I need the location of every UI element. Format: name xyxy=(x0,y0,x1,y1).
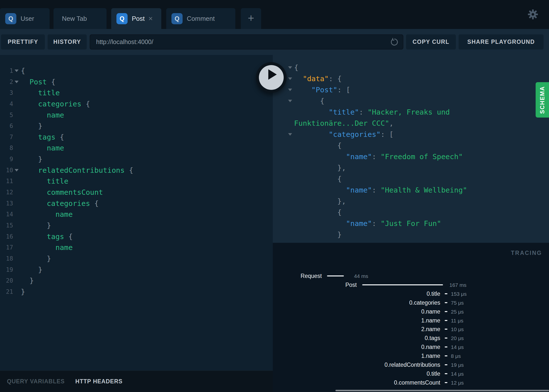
trace-row: 1.name8 μs xyxy=(273,352,549,360)
response-line: "title": "Hacker, Freaks und xyxy=(273,107,549,118)
trace-duration-value: 167 ms xyxy=(449,282,467,289)
code-text: tags { xyxy=(21,132,64,143)
response-line: { xyxy=(273,173,549,185)
line-number: 15 xyxy=(0,220,13,231)
add-tab-button[interactable]: + xyxy=(241,8,261,29)
trace-row: 0.categories75 μs xyxy=(273,299,549,306)
trace-duration-value: 14 μs xyxy=(451,370,464,377)
code-text: { xyxy=(294,62,298,73)
trace-field-label: 0.name xyxy=(273,308,440,315)
trace-field-label: 0.name xyxy=(273,343,440,351)
trace-row: 0.name25 μs xyxy=(273,308,549,315)
schema-tab-label: SCHEMA xyxy=(539,86,546,114)
response-line: "Post": [ xyxy=(273,84,549,96)
query-badge: Q xyxy=(5,13,16,24)
code-text: name xyxy=(21,209,73,220)
code-text: } xyxy=(21,253,51,264)
editor-bottom-bar: QUERY VARIABLES HTTP HEADERS xyxy=(0,370,273,392)
response-pane: { "data": { "Post": [ { "title": "Hacker… xyxy=(273,55,549,243)
response-line: "name": "Just For Fun" xyxy=(273,218,549,229)
editor-line: 19 } xyxy=(0,264,273,275)
execute-button[interactable] xyxy=(256,62,287,93)
trace-duration-bar xyxy=(445,364,447,365)
code-text: name xyxy=(21,143,64,154)
trace-duration-bar xyxy=(327,275,344,276)
trace-field-label: 0.commentsCount xyxy=(273,379,440,386)
line-number: 1 xyxy=(0,65,13,76)
trace-row: 2.name10 μs xyxy=(273,325,549,333)
prettify-button[interactable]: PRETTIFY xyxy=(1,34,45,49)
tab-comment[interactable]: QComment xyxy=(166,8,235,29)
fold-arrow-icon[interactable] xyxy=(288,77,292,80)
editor-line: 5 name xyxy=(0,110,273,121)
trace-field-label: 1.name xyxy=(273,352,440,360)
editor-line: 1{ xyxy=(0,65,273,76)
response-line: } xyxy=(273,229,549,240)
endpoint-url-input[interactable]: http://localhost:4000/ xyxy=(90,34,403,49)
code-text: name xyxy=(21,110,64,121)
fold-arrow-icon[interactable] xyxy=(288,100,292,102)
trace-duration-bar xyxy=(445,320,447,321)
trace-field-label: 0.tags xyxy=(273,334,440,342)
code-text: { xyxy=(21,65,25,76)
close-tab-icon[interactable]: × xyxy=(148,15,153,22)
editor-line: 7 tags { xyxy=(0,132,273,143)
horizontal-scrollbar[interactable] xyxy=(335,390,549,391)
trace-field-label: 0.title xyxy=(273,290,440,297)
trace-duration-value: 19 μs xyxy=(451,362,464,368)
editor-line: 12 commentsCount xyxy=(0,187,273,198)
copy-curl-button[interactable]: COPY CURL xyxy=(406,34,456,49)
trace-duration-bar xyxy=(445,338,447,339)
code-text: { xyxy=(294,140,342,151)
code-text: { xyxy=(294,207,342,218)
code-text: relatedContributions { xyxy=(21,165,133,176)
fold-arrow-icon[interactable] xyxy=(288,66,292,69)
code-text: "title": "Hacker, Freaks und xyxy=(294,107,450,118)
code-text: }, xyxy=(294,196,346,207)
editor-line: 15 } xyxy=(0,220,273,231)
response-line: ] xyxy=(273,240,549,243)
response-line: { xyxy=(273,62,549,73)
trace-duration-value: 153 μs xyxy=(451,291,467,297)
editor-line: 17 name xyxy=(0,242,273,253)
line-number: 7 xyxy=(0,132,13,143)
code-text: categories { xyxy=(21,198,99,209)
trace-duration-bar xyxy=(445,346,447,347)
fold-arrow-icon[interactable] xyxy=(15,70,19,72)
code-text: name xyxy=(21,242,73,253)
tab-user[interactable]: QUser xyxy=(0,8,50,29)
fold-arrow-icon[interactable] xyxy=(15,81,19,83)
settings-gear-icon[interactable] xyxy=(527,9,539,20)
history-button[interactable]: HISTORY xyxy=(48,34,87,49)
trace-duration-value: 20 μs xyxy=(451,335,464,342)
trace-row: 1.name11 μs xyxy=(273,317,549,324)
code-text: "name": "Freedom of Speech" xyxy=(294,151,463,162)
query-variables-tab[interactable]: QUERY VARIABLES xyxy=(7,378,65,385)
line-number: 3 xyxy=(0,87,13,98)
trace-duration-value: 44 ms xyxy=(354,273,368,280)
trace-duration-bar xyxy=(445,329,447,330)
editor-line: 18 } xyxy=(0,253,273,264)
toolbar: PRETTIFY HISTORY http://localhost:4000/ … xyxy=(0,29,549,55)
fold-arrow-icon[interactable] xyxy=(288,133,292,136)
line-number: 8 xyxy=(0,143,13,154)
code-text: categories { xyxy=(21,98,90,110)
code-text: "Post": [ xyxy=(294,84,350,96)
query-editor[interactable]: 1{2 Post {3 title4 categories {5 name6 }… xyxy=(0,55,273,370)
schema-tab[interactable]: SCHEMA xyxy=(536,82,549,118)
code-text: { xyxy=(294,173,342,185)
code-text: } xyxy=(21,121,42,132)
editor-line: 8 name xyxy=(0,143,273,154)
http-headers-tab[interactable]: HTTP HEADERS xyxy=(75,378,123,385)
query-badge: Q xyxy=(116,13,128,24)
share-playground-button[interactable]: SHARE PLAYGROUND xyxy=(459,34,544,49)
trace-field-label: Post xyxy=(273,281,357,289)
response-line: }, xyxy=(273,196,549,207)
tab-new-tab[interactable]: New Tab xyxy=(54,8,107,29)
tab-post[interactable]: QPost× xyxy=(111,8,161,29)
fold-arrow-icon[interactable] xyxy=(288,89,292,91)
code-text: title xyxy=(21,176,68,187)
reload-schema-icon[interactable] xyxy=(390,38,399,47)
fold-arrow-icon[interactable] xyxy=(15,169,19,172)
trace-field-label: Request xyxy=(273,272,322,280)
